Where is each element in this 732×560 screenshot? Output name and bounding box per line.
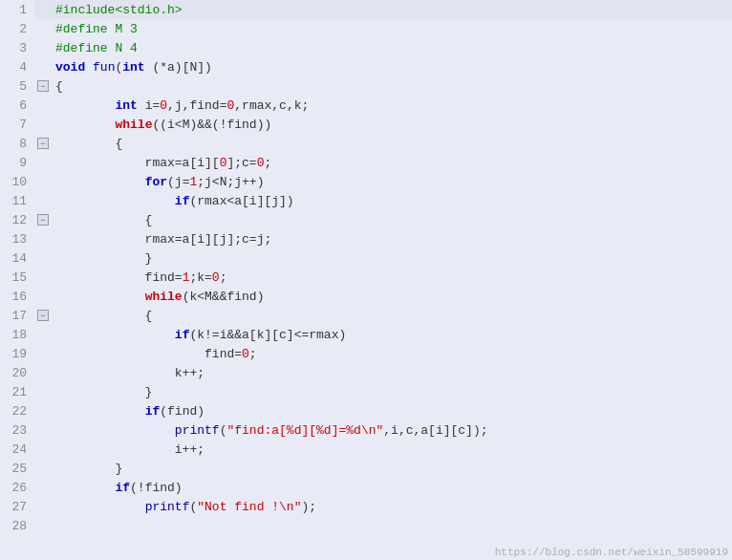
- line-number: 8: [0, 134, 34, 153]
- code-content: printf("find:a[%d][%d]=%d\n",i,c,a[i][c]…: [52, 420, 732, 440]
- line-number: 27: [0, 497, 34, 516]
- line-number: 28: [0, 516, 34, 535]
- table-row: 21 }: [0, 382, 732, 401]
- table-row: 16 while(k<M&&find): [0, 287, 732, 306]
- fold-indicator: [34, 38, 52, 57]
- table-row: 28: [0, 516, 732, 535]
- line-number: 2: [0, 19, 34, 38]
- fold-indicator: [34, 248, 52, 268]
- fold-indicator: [34, 344, 52, 363]
- code-content: if(find): [52, 401, 732, 420]
- fold-indicator: [34, 115, 52, 134]
- fold-indicator: [34, 268, 52, 287]
- table-row: 22 if(find): [0, 401, 732, 420]
- line-number: 24: [0, 440, 34, 459]
- fold-indicator: [34, 478, 52, 497]
- table-row: 19 find=0;: [0, 344, 732, 363]
- line-number: 13: [0, 229, 34, 248]
- table-row: 12− {: [0, 210, 732, 229]
- fold-indicator: [34, 401, 52, 420]
- code-content: if(!find): [52, 478, 732, 497]
- code-content: for(j=1;j<N;j++): [52, 172, 732, 191]
- code-content: printf("Not find !\n");: [52, 497, 732, 516]
- table-row: 6 int i=0,j,find=0,rmax,c,k;: [0, 96, 732, 115]
- table-row: 3#define N 4: [0, 38, 732, 57]
- fold-indicator[interactable]: −: [34, 134, 52, 153]
- table-row: 9 rmax=a[i][0];c=0;: [0, 153, 732, 172]
- line-number: 18: [0, 325, 34, 344]
- table-row: 11 if(rmax<a[i][j]): [0, 191, 732, 210]
- fold-indicator: [34, 420, 52, 440]
- line-number: 6: [0, 96, 34, 115]
- table-row: 1#include<stdio.h>: [0, 0, 732, 19]
- fold-button[interactable]: −: [37, 80, 49, 92]
- fold-button[interactable]: −: [37, 138, 49, 149]
- fold-indicator: [34, 57, 52, 76]
- code-content: if(rmax<a[i][j]): [52, 191, 732, 210]
- table-row: 8− {: [0, 134, 732, 153]
- code-content: }: [52, 459, 732, 478]
- table-row: 13 rmax=a[i][j];c=j;: [0, 229, 732, 248]
- code-content: int i=0,j,find=0,rmax,c,k;: [52, 96, 732, 115]
- fold-button[interactable]: −: [37, 310, 49, 321]
- table-row: 17− {: [0, 306, 732, 325]
- line-number: 21: [0, 382, 34, 401]
- fold-indicator: [34, 497, 52, 516]
- line-number: 10: [0, 172, 34, 191]
- fold-indicator: [34, 440, 52, 459]
- fold-indicator: [34, 153, 52, 172]
- fold-indicator: [34, 172, 52, 191]
- line-number: 22: [0, 401, 34, 420]
- table-row: 25 }: [0, 459, 732, 478]
- table-row: 23 printf("find:a[%d][%d]=%d\n",i,c,a[i]…: [0, 420, 732, 440]
- line-number: 16: [0, 287, 34, 306]
- line-number: 5: [0, 76, 34, 96]
- line-number: 7: [0, 115, 34, 134]
- line-number: 17: [0, 306, 34, 325]
- code-content: }: [52, 248, 732, 268]
- fold-indicator: [34, 516, 52, 535]
- table-row: 4void fun(int (*a)[N]): [0, 57, 732, 76]
- table-row: 18 if(k!=i&&a[k][c]<=rmax): [0, 325, 732, 344]
- code-content: while((i<M)&&(!find)): [52, 115, 732, 134]
- fold-button[interactable]: −: [37, 214, 49, 226]
- table-row: 15 find=1;k=0;: [0, 268, 732, 287]
- fold-indicator: [34, 191, 52, 210]
- code-content: void fun(int (*a)[N]): [52, 57, 732, 76]
- line-number: 26: [0, 478, 34, 497]
- fold-indicator: [34, 19, 52, 38]
- code-content: while(k<M&&find): [52, 287, 732, 306]
- fold-indicator[interactable]: −: [34, 306, 52, 325]
- watermark: https://blog.csdn.net/weixin_58599919: [495, 547, 728, 558]
- code-content: find=0;: [52, 344, 732, 363]
- table-row: 26 if(!find): [0, 478, 732, 497]
- line-number: 19: [0, 344, 34, 363]
- line-number: 25: [0, 459, 34, 478]
- fold-indicator[interactable]: −: [34, 76, 52, 96]
- code-table: 1#include<stdio.h>2#define M 33#define N…: [0, 0, 732, 535]
- fold-indicator: [34, 382, 52, 401]
- fold-indicator: [34, 459, 52, 478]
- line-number: 3: [0, 38, 34, 57]
- fold-indicator: [34, 287, 52, 306]
- table-row: 24 i++;: [0, 440, 732, 459]
- table-row: 10 for(j=1;j<N;j++): [0, 172, 732, 191]
- table-row: 20 k++;: [0, 363, 732, 382]
- fold-indicator[interactable]: −: [34, 210, 52, 229]
- fold-indicator: [34, 363, 52, 382]
- fold-indicator: [34, 229, 52, 248]
- code-content: #include<stdio.h>: [52, 0, 732, 19]
- table-row: 14 }: [0, 248, 732, 268]
- code-content: }: [52, 382, 732, 401]
- code-content: if(k!=i&&a[k][c]<=rmax): [52, 325, 732, 344]
- code-content: [52, 516, 732, 535]
- fold-indicator: [34, 325, 52, 344]
- line-number: 14: [0, 248, 34, 268]
- line-number: 12: [0, 210, 34, 229]
- code-content: i++;: [52, 440, 732, 459]
- code-content: rmax=a[i][0];c=0;: [52, 153, 732, 172]
- code-content: {: [52, 210, 732, 229]
- line-number: 23: [0, 420, 34, 440]
- code-content: {: [52, 134, 732, 153]
- table-row: 5−{: [0, 76, 732, 96]
